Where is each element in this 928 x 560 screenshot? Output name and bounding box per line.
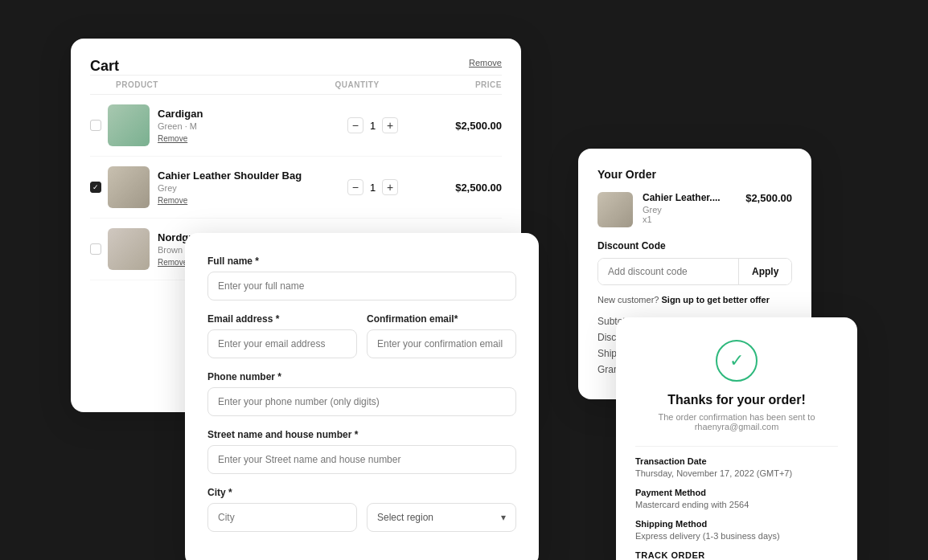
track-order-button[interactable]: TRACK ORDER [635, 550, 838, 560]
confirmation-card: ✓ Thanks for your order! The order confi… [616, 317, 857, 560]
discount-input[interactable] [598, 259, 738, 284]
col-price-header: PRICE [405, 80, 502, 89]
city-input[interactable] [207, 503, 357, 532]
full-name-label: Full name * [207, 255, 516, 267]
phone-field: Phone number * [207, 371, 516, 416]
cart-img-cardigan [108, 104, 150, 146]
cart-qty-cardigan: − 1 + [330, 117, 416, 133]
order-item-bag: Cahier Leather.... Grey x1 $2,500.00 [597, 192, 792, 227]
email-label: Email address * [207, 313, 357, 325]
street-field: Street name and house number * [207, 429, 516, 474]
discount-code-label: Discount Code [597, 240, 792, 251]
email-row: Email address * Confirmation email* [207, 313, 516, 371]
cart-checkbox-watch[interactable] [90, 243, 101, 255]
payment-method-label: Payment Method [635, 488, 838, 497]
email-input[interactable] [207, 329, 357, 358]
cart-qty-bag: − 1 + [330, 179, 416, 195]
order-item-qty: x1 [643, 215, 721, 224]
cart-checkbox-bag[interactable] [90, 182, 101, 193]
cart-price-bag: $2,500.00 [416, 182, 502, 194]
order-item-price: $2,500.00 [745, 192, 792, 227]
discount-input-row: Apply [597, 258, 792, 285]
cart-product-variant-cardigan: Green · M [158, 121, 330, 131]
confirm-email-field: Confirmation email* [367, 313, 516, 358]
cart-product-cardigan: Cardigan Green · M Remove [158, 108, 330, 143]
col-product-header: PRODUCT [90, 80, 309, 89]
street-label: Street name and house number * [207, 429, 516, 440]
confirm-check-icon: ✓ [716, 340, 758, 382]
city-field: City * Select region ▾ [207, 487, 516, 532]
region-placeholder: Select region [377, 512, 433, 523]
full-name-field: Full name * [207, 255, 516, 300]
order-item-info: Cahier Leather.... Grey x1 [643, 192, 721, 227]
full-name-input[interactable] [207, 272, 516, 300]
new-customer-section: New customer? Sign up to get better offe… [597, 295, 792, 305]
cart-price-cardigan: $2,500.00 [416, 120, 502, 132]
phone-label: Phone number * [207, 371, 516, 382]
transaction-date-value: Thursday, November 17, 2022 (GMT+7) [635, 468, 838, 478]
discount-section: Discount Code Apply [597, 240, 792, 285]
cart-row-bag: Cahier Leather Shoulder Bag Grey Remove … [90, 157, 502, 219]
cart-product-variant-bag: Grey [158, 183, 330, 193]
shipping-method-value: Express delivery (1-3 business days) [635, 531, 838, 541]
email-field: Email address * [207, 313, 357, 358]
shipping-method-label: Shipping Method [635, 519, 838, 529]
qty-decrease-bag[interactable]: − [347, 179, 363, 195]
confirm-subtitle: The order confirmation has been sent to … [635, 412, 838, 431]
order-item-variant: Grey [643, 205, 721, 215]
new-customer-link[interactable]: Sign up to get better offer [661, 295, 769, 305]
cart-img-watch [108, 228, 150, 270]
transaction-date-label: Transaction Date [635, 456, 838, 466]
qty-value-bag: 1 [370, 182, 376, 194]
cart-table-header: PRODUCT QUANTITY PRICE [90, 75, 502, 95]
cart-remove-top[interactable]: Remove [469, 58, 502, 67]
qty-value-cardigan: 1 [370, 120, 376, 132]
phone-input[interactable] [207, 387, 516, 416]
city-label: City * [207, 487, 516, 498]
cart-img-bag [108, 166, 150, 208]
confirm-info: Transaction Date Thursday, November 17, … [635, 456, 838, 560]
city-region-row: Select region ▾ [207, 503, 516, 532]
confirm-divider [635, 446, 838, 447]
region-select[interactable]: Select region ▾ [367, 503, 516, 532]
payment-method-value: Mastercard ending with 2564 [635, 500, 838, 509]
qty-increase-cardigan[interactable]: + [382, 117, 398, 133]
street-input[interactable] [207, 445, 516, 474]
confirm-email-input[interactable] [367, 329, 516, 358]
cart-title: Cart [90, 58, 119, 74]
cart-remove-cardigan[interactable]: Remove [158, 134, 330, 143]
order-item-name: Cahier Leather.... [643, 192, 721, 203]
order-item-img [597, 192, 633, 227]
cart-product-name-cardigan: Cardigan [158, 108, 330, 120]
apply-button[interactable]: Apply [738, 259, 791, 284]
confirm-title: Thanks for your order! [635, 393, 838, 407]
qty-increase-bag[interactable]: + [382, 179, 398, 195]
cart-row-cardigan: Cardigan Green · M Remove − 1 + $2,500.0… [90, 95, 502, 157]
new-customer-text: New customer? [597, 295, 659, 305]
qty-decrease-cardigan[interactable]: − [347, 117, 363, 133]
cart-remove-bag[interactable]: Remove [158, 196, 330, 205]
chevron-down-icon: ▾ [501, 512, 506, 523]
cart-product-name-bag: Cahier Leather Shoulder Bag [158, 170, 330, 182]
checkout-form-card: Full name * Email address * Confirmation… [185, 233, 539, 560]
confirm-email-label: Confirmation email* [367, 313, 516, 325]
cart-product-bag: Cahier Leather Shoulder Bag Grey Remove [158, 170, 330, 205]
order-title: Your Order [597, 168, 792, 181]
cart-checkbox-cardigan[interactable] [90, 120, 101, 131]
col-qty-header: QUANTITY [309, 80, 405, 89]
